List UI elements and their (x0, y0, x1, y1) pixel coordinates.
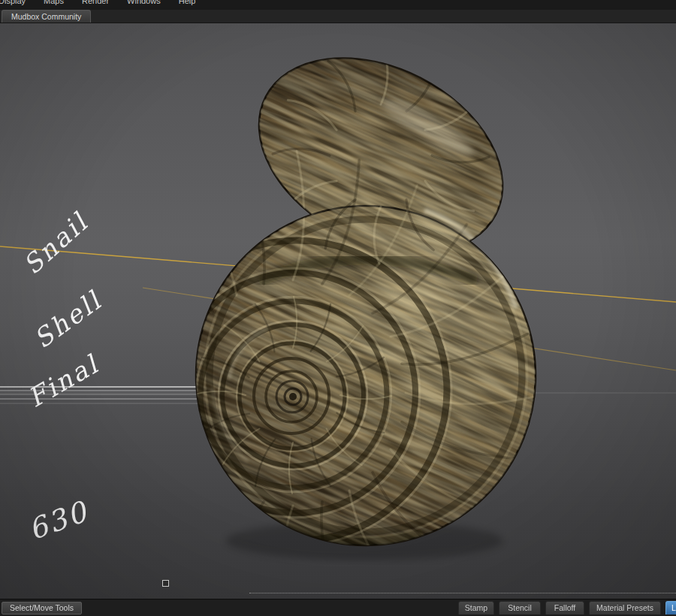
3d-viewport[interactable]: Snail Shell Final 630 (0, 23, 676, 599)
tray-tab-stencil[interactable]: Stencil (499, 601, 541, 614)
viewport-vignette (0, 23, 676, 599)
document-tab-bar: Mudbox Community (0, 10, 676, 23)
ink-word-snail: Snail (17, 207, 95, 280)
annotation-ink-layer: Snail Shell Final 630 (0, 23, 676, 599)
tray-tab-lighting[interactable]: Ligh (665, 601, 676, 614)
tray-resize-handle[interactable] (162, 580, 169, 587)
ink-word-shell: Shell (28, 285, 107, 354)
menu-bar: Display Maps Render Windows Help (0, 0, 676, 10)
tray-tab-bar: Stamp Stencil Falloff Material Presets L… (458, 601, 676, 614)
tray-tab-stamp[interactable]: Stamp (458, 601, 494, 614)
select-move-tools-button[interactable]: Select/Move Tools (2, 602, 82, 614)
menu-maps[interactable]: Maps (35, 0, 73, 9)
tray-tab-falloff[interactable]: Falloff (545, 601, 584, 614)
menu-display[interactable]: Display (0, 0, 35, 9)
viewport-guide-lines (0, 23, 676, 599)
tray-divider-dotted (249, 593, 676, 593)
ink-word-final: Final (23, 349, 104, 413)
tray-tab-material-presets[interactable]: Material Presets (589, 601, 661, 614)
bottom-bar: Select/Move Tools Stamp Stencil Falloff … (0, 599, 676, 616)
snail-shell-model (177, 56, 560, 567)
ink-number-630: 630 (24, 494, 93, 546)
menu-help[interactable]: Help (170, 0, 205, 9)
menu-windows[interactable]: Windows (118, 0, 170, 9)
menu-render[interactable]: Render (73, 0, 118, 9)
tab-mudbox-community[interactable]: Mudbox Community (2, 10, 91, 23)
mudbox-window: Display Maps Render Windows Help Mudbox … (0, 0, 676, 616)
